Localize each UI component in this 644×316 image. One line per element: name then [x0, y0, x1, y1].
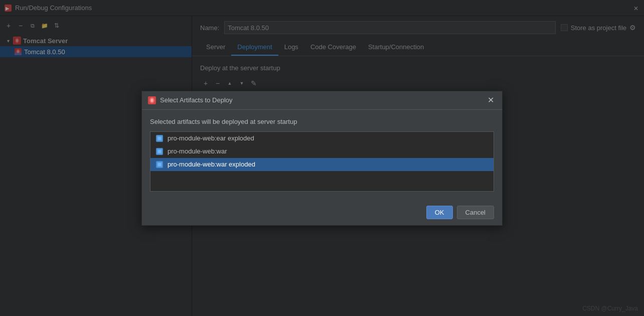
artifact-list: pro-module-web:ear exploded pro-module-w…	[150, 131, 494, 192]
svg-rect-14	[158, 137, 161, 140]
artifact-item-ear[interactable]: pro-module-web:ear exploded	[150, 132, 494, 145]
ok-button[interactable]: OK	[426, 206, 453, 219]
dialog-overlay: Select Artifacts to Deploy ✕ Selected ar…	[0, 0, 644, 316]
dialog-footer: OK Cancel	[142, 200, 502, 225]
artifact-item-war-exploded[interactable]: pro-module-web:war exploded	[150, 158, 494, 171]
svg-rect-20	[158, 163, 161, 166]
dialog-close-icon: ✕	[488, 96, 494, 104]
artifact-ear-label: pro-module-web:ear exploded	[168, 134, 254, 142]
select-artifacts-dialog: Select Artifacts to Deploy ✕ Selected ar…	[141, 91, 503, 226]
dialog-body: Selected artifacts will be deployed at s…	[142, 110, 502, 200]
dialog-title: Select Artifacts to Deploy	[160, 96, 486, 104]
artifact-war-exploded-icon	[155, 161, 164, 169]
dialog-description: Selected artifacts will be deployed at s…	[150, 118, 494, 125]
artifact-war-label: pro-module-web:war	[168, 147, 227, 155]
artifact-war-icon	[155, 147, 164, 155]
dialog-titlebar: Select Artifacts to Deploy ✕	[142, 91, 502, 110]
artifact-item-war[interactable]: pro-module-web:war	[150, 145, 494, 158]
svg-point-11	[151, 98, 153, 102]
dialog-icon	[148, 96, 156, 104]
cancel-button[interactable]: Cancel	[457, 206, 494, 219]
svg-rect-17	[158, 150, 161, 153]
artifact-ear-icon	[155, 134, 164, 142]
dialog-close-button[interactable]: ✕	[486, 95, 496, 105]
artifact-war-exploded-label: pro-module-web:war exploded	[168, 161, 255, 168]
